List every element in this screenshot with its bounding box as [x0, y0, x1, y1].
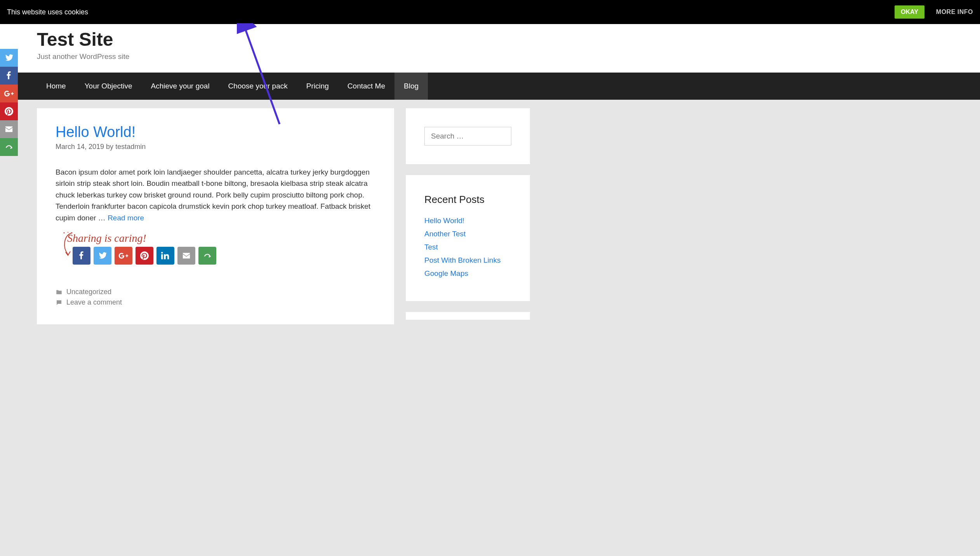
- comment-icon: [56, 299, 63, 306]
- post-author[interactable]: testadmin: [115, 143, 146, 151]
- recent-posts-widget: Recent Posts Hello World! Another Test T…: [406, 175, 530, 301]
- side-more-icon[interactable]: [0, 138, 18, 156]
- list-item: Another Test: [424, 230, 511, 238]
- folder-icon: [56, 289, 63, 296]
- main-nav: Home Your Objective Achieve your goal Ch…: [0, 73, 980, 100]
- post-date: March 14, 2019: [56, 143, 104, 151]
- site-tagline: Just another WordPress site: [37, 52, 943, 61]
- read-more-link[interactable]: Read more: [108, 214, 144, 222]
- site-header: Test Site Just another WordPress site: [0, 24, 980, 73]
- post-excerpt: Bacon ipsum dolor amet pork loin landjae…: [56, 166, 375, 223]
- nav-achieve-your-goal[interactable]: Achieve your goal: [142, 73, 219, 100]
- share-pinterest-icon[interactable]: [136, 247, 153, 265]
- post-footer: Uncategorized Leave a comment: [56, 276, 375, 307]
- site-title[interactable]: Test Site: [37, 29, 943, 50]
- side-pinterest-icon[interactable]: [0, 102, 18, 120]
- main-column: Hello World! March 14, 2019 by testadmin…: [37, 108, 394, 324]
- post-meta: March 14, 2019 by testadmin: [56, 143, 375, 151]
- share-email-icon[interactable]: [177, 247, 195, 265]
- share-google-plus-icon[interactable]: [115, 247, 132, 265]
- list-item: Test: [424, 243, 511, 251]
- side-facebook-icon[interactable]: [0, 67, 18, 85]
- more-info-link[interactable]: MORE INFO: [936, 9, 973, 16]
- list-item: Google Maps: [424, 269, 511, 278]
- side-email-icon[interactable]: [0, 120, 18, 138]
- nav-pricing[interactable]: Pricing: [297, 73, 338, 100]
- okay-button[interactable]: OKAY: [895, 5, 924, 19]
- category-row: Uncategorized: [56, 288, 375, 296]
- post-by: by: [106, 143, 113, 151]
- search-widget: [406, 108, 530, 164]
- nav-your-objective[interactable]: Your Objective: [75, 73, 142, 100]
- content-area: Hello World! March 14, 2019 by testadmin…: [0, 100, 567, 333]
- search-input[interactable]: [424, 127, 511, 145]
- side-google-plus-icon[interactable]: [0, 85, 18, 102]
- sidebar: Recent Posts Hello World! Another Test T…: [406, 108, 530, 324]
- share-twitter-icon[interactable]: [94, 247, 111, 265]
- nav-home[interactable]: Home: [37, 73, 75, 100]
- empty-widget: [406, 312, 530, 320]
- share-linkedin-icon[interactable]: [156, 247, 174, 265]
- svg-point-0: [64, 232, 65, 234]
- cookie-actions: OKAY MORE INFO: [895, 5, 973, 19]
- cookie-banner: This website uses cookies OKAY MORE INFO: [0, 0, 980, 24]
- side-share-strip: [0, 49, 18, 156]
- nav-blog[interactable]: Blog: [394, 73, 428, 100]
- recent-posts-list: Hello World! Another Test Test Post With…: [424, 217, 511, 278]
- recent-posts-title: Recent Posts: [424, 194, 511, 206]
- comment-row: Leave a comment: [56, 298, 375, 307]
- nav-choose-your-pack[interactable]: Choose your pack: [219, 73, 297, 100]
- sharing-label: Sharing is caring!: [67, 232, 375, 244]
- category-link[interactable]: Uncategorized: [66, 288, 111, 296]
- share-buttons-row: [73, 247, 375, 265]
- post-title[interactable]: Hello World!: [56, 124, 375, 140]
- list-item: Post With Broken Links: [424, 256, 511, 265]
- cookie-text: This website uses cookies: [7, 8, 88, 16]
- leave-comment-link[interactable]: Leave a comment: [66, 298, 122, 307]
- share-more-icon[interactable]: [198, 247, 216, 265]
- list-item: Hello World!: [424, 217, 511, 225]
- side-twitter-icon[interactable]: [0, 49, 18, 67]
- sharing-block: Sharing is caring!: [56, 232, 375, 265]
- nav-contact-me[interactable]: Contact Me: [338, 73, 394, 100]
